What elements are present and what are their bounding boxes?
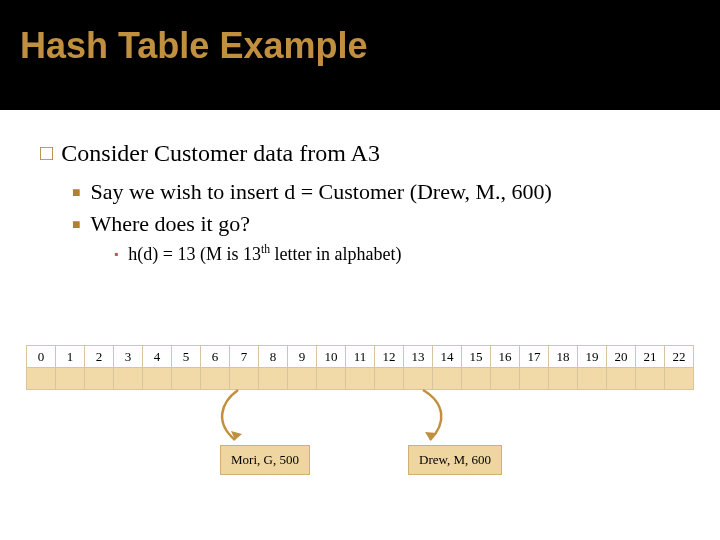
slide-title: Hash Table Example <box>20 25 700 67</box>
data-row <box>27 368 694 390</box>
slot-cell <box>85 368 114 390</box>
slot-cell <box>665 368 694 390</box>
svg-marker-1 <box>425 432 437 440</box>
slot-cell <box>462 368 491 390</box>
index-cell: 1 <box>56 346 85 368</box>
slot-cell <box>636 368 665 390</box>
bullet-l3-text: h(d) = 13 (M is 13th letter in alphabet) <box>128 243 401 265</box>
bullet-level1: □ Consider Customer data from A3 <box>40 140 680 167</box>
index-cell: 16 <box>491 346 520 368</box>
slot-cell <box>578 368 607 390</box>
slot-cell <box>317 368 346 390</box>
index-cell: 5 <box>172 346 201 368</box>
bullet-l2b-text: Where does it go? <box>90 211 249 237</box>
index-cell: 17 <box>520 346 549 368</box>
slot-cell <box>375 368 404 390</box>
index-cell: 10 <box>317 346 346 368</box>
index-cell: 12 <box>375 346 404 368</box>
title-bar: Hash Table Example <box>0 0 720 110</box>
label-box-drew: Drew, M, 600 <box>408 445 502 475</box>
slot-cell <box>27 368 56 390</box>
index-cell: 13 <box>404 346 433 368</box>
slot-cell <box>56 368 85 390</box>
slot-cell <box>607 368 636 390</box>
index-cell: 18 <box>549 346 578 368</box>
index-row: 012345678910111213141516171819202122 <box>27 346 694 368</box>
slot-cell <box>491 368 520 390</box>
bullet-level2-a: ■ Say we wish to insert d = Customer (Dr… <box>72 179 680 205</box>
index-cell: 7 <box>230 346 259 368</box>
index-cell: 15 <box>462 346 491 368</box>
index-cell: 9 <box>288 346 317 368</box>
slot-cell <box>230 368 259 390</box>
index-cell: 21 <box>636 346 665 368</box>
index-cell: 3 <box>114 346 143 368</box>
hash-table-grid: 012345678910111213141516171819202122 <box>26 345 694 390</box>
index-cell: 8 <box>259 346 288 368</box>
index-cell: 6 <box>201 346 230 368</box>
slot-cell <box>288 368 317 390</box>
slot-cell <box>346 368 375 390</box>
slot-cell <box>433 368 462 390</box>
square-bullet-icon: □ <box>40 140 53 166</box>
index-cell: 20 <box>607 346 636 368</box>
bullet-l1-text: Consider Customer data from A3 <box>61 140 380 167</box>
l3-sup: th <box>261 243 270 256</box>
bullet-l2a-text: Say we wish to insert d = Customer (Drew… <box>90 179 551 205</box>
bullet-level3: ▪ h(d) = 13 (M is 13th letter in alphabe… <box>114 243 680 265</box>
bullet-level2-b: ■ Where does it go? <box>72 211 680 237</box>
index-cell: 14 <box>433 346 462 368</box>
arrow-drew <box>405 388 465 448</box>
l3-pre: h(d) = 13 (M is 13 <box>128 244 261 264</box>
svg-marker-0 <box>231 431 242 440</box>
slot-cell <box>404 368 433 390</box>
index-cell: 2 <box>85 346 114 368</box>
l3-post: letter in alphabet) <box>270 244 401 264</box>
index-cell: 19 <box>578 346 607 368</box>
arrow-mori <box>200 388 260 448</box>
index-cell: 11 <box>346 346 375 368</box>
slot-cell <box>549 368 578 390</box>
slot-cell <box>259 368 288 390</box>
label-box-mori: Mori, G, 500 <box>220 445 310 475</box>
content-area: □ Consider Customer data from A3 ■ Say w… <box>0 110 720 265</box>
slot-cell <box>520 368 549 390</box>
square-bullet-icon: ■ <box>72 185 80 201</box>
slot-cell <box>143 368 172 390</box>
index-cell: 0 <box>27 346 56 368</box>
slot-cell <box>172 368 201 390</box>
slot-cell <box>114 368 143 390</box>
slot-cell <box>201 368 230 390</box>
hash-table: 012345678910111213141516171819202122 <box>26 345 694 390</box>
square-bullet-icon: ■ <box>72 217 80 233</box>
index-cell: 4 <box>143 346 172 368</box>
index-cell: 22 <box>665 346 694 368</box>
square-bullet-icon: ▪ <box>114 247 118 262</box>
